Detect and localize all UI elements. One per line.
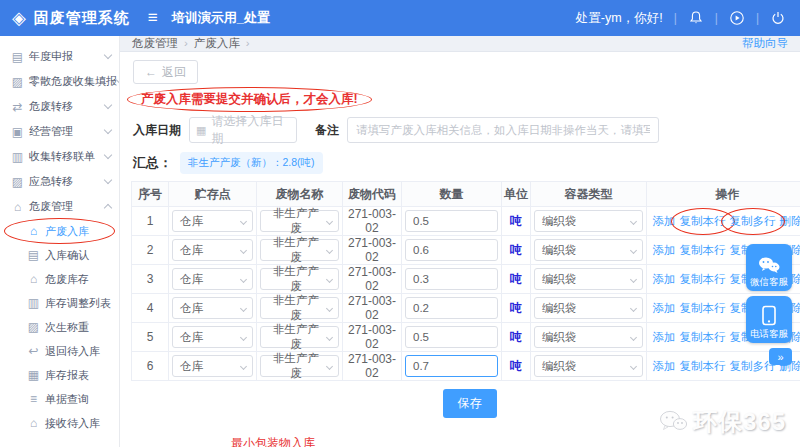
add-link[interactable]: 添加 bbox=[653, 331, 676, 343]
breadcrumb-item-0[interactable]: 危废管理 bbox=[132, 37, 178, 49]
sidebar-item-9[interactable]: ⌂危废库存 bbox=[0, 267, 119, 291]
column-header-4: 数量 bbox=[402, 182, 502, 207]
container-select[interactable]: 编织袋 bbox=[534, 326, 643, 348]
sidebar-item-label: 库存调整列表 bbox=[45, 296, 111, 311]
sidebar-item-15[interactable]: ⌂接收待入库 bbox=[0, 411, 119, 435]
quantity-input[interactable] bbox=[405, 355, 498, 377]
storage-select[interactable]: 仓库 bbox=[172, 210, 253, 232]
transfer-icon: ⇄ bbox=[10, 100, 25, 114]
sidebar-item-label: 单据查询 bbox=[45, 392, 89, 407]
waste-name-select[interactable]: 非生产产废 bbox=[260, 297, 339, 319]
sidebar-item-6[interactable]: ⌂危废管理 bbox=[0, 194, 119, 219]
remark-label: 备注 bbox=[315, 122, 339, 139]
collapse-widgets-button[interactable]: » bbox=[769, 348, 792, 365]
sidebar-item-10[interactable]: ▥库存调整列表 bbox=[0, 291, 119, 315]
return-icon: ↩ bbox=[26, 344, 41, 358]
summary-label: 汇总： bbox=[133, 154, 172, 172]
remark-input[interactable] bbox=[347, 117, 659, 143]
copy-row-link[interactable]: 复制本行 bbox=[680, 215, 726, 227]
quantity-input[interactable] bbox=[405, 210, 498, 232]
storage-select[interactable]: 仓库 bbox=[172, 268, 253, 290]
container-select[interactable]: 编织袋 bbox=[534, 239, 643, 261]
sidebar-item-3[interactable]: ▣经营管理 bbox=[0, 119, 119, 144]
sidebar-item-label: 危废转移 bbox=[29, 99, 73, 114]
bell-icon[interactable] bbox=[688, 10, 704, 26]
storage-select[interactable]: 仓库 bbox=[172, 355, 253, 377]
wechat-service-button[interactable]: 微信客服 bbox=[746, 244, 792, 291]
save-button[interactable]: 保存 bbox=[443, 389, 497, 418]
waste-name-select[interactable]: 非生产产废 bbox=[260, 355, 339, 377]
add-link[interactable]: 添加 bbox=[653, 273, 676, 285]
help-guide-link[interactable]: 帮助向导 bbox=[742, 36, 788, 51]
storage-select[interactable]: 仓库 bbox=[172, 297, 253, 319]
container-select[interactable]: 编织袋 bbox=[534, 268, 643, 290]
quantity-input[interactable] bbox=[405, 268, 498, 290]
add-link[interactable]: 添加 bbox=[653, 244, 676, 256]
waste-code: 271-003-02 bbox=[343, 294, 402, 323]
waste-name-select[interactable]: 非生产产废 bbox=[260, 239, 339, 261]
add-link[interactable]: 添加 bbox=[653, 215, 676, 227]
date-input[interactable]: ▦ 请选择入库日期 bbox=[189, 117, 297, 143]
waste-name-select[interactable]: 非生产产废 bbox=[260, 210, 339, 232]
back-button[interactable]: ← 返回 bbox=[133, 60, 198, 84]
power-icon[interactable] bbox=[770, 10, 786, 26]
storage-select[interactable]: 仓库 bbox=[172, 326, 253, 348]
waste-name-select[interactable]: 非生产产废 bbox=[260, 326, 339, 348]
breadcrumb-separator: › bbox=[184, 37, 188, 49]
add-link[interactable]: 添加 bbox=[653, 360, 676, 372]
current-module-tab[interactable]: 培训演示用_处置 bbox=[172, 9, 270, 27]
chevron-down-icon bbox=[104, 51, 112, 59]
doc-check-icon: ▤ bbox=[26, 248, 41, 262]
doc-pencil-icon: ▨ bbox=[26, 320, 41, 334]
copy-row-link[interactable]: 复制本行 bbox=[680, 331, 726, 343]
sidebar-item-14[interactable]: ≡单据查询 bbox=[0, 387, 119, 411]
sidebar-item-4[interactable]: ▥收集转移联单 bbox=[0, 144, 119, 169]
container-select[interactable]: 编织袋 bbox=[534, 297, 643, 319]
waste-name-select[interactable]: 非生产产废 bbox=[260, 268, 339, 290]
chevron-down-icon bbox=[630, 276, 637, 283]
screen-icon: ▥ bbox=[10, 150, 25, 164]
breadcrumb-item-1[interactable]: 产废入库 bbox=[194, 37, 240, 49]
sidebar-item-label: 接收待入库 bbox=[45, 416, 100, 431]
copy-row-link[interactable]: 复制本行 bbox=[680, 360, 726, 372]
sidebar-item-12[interactable]: ↩退回待入库 bbox=[0, 339, 119, 363]
wechat-icon bbox=[757, 255, 781, 275]
menu-collapse-icon[interactable]: ≡ bbox=[148, 8, 158, 28]
storage-select[interactable]: 仓库 bbox=[172, 239, 253, 261]
sidebar-item-2[interactable]: ⇄危废转移 bbox=[0, 94, 119, 119]
sidebar-item-13[interactable]: ▦库存报表 bbox=[0, 363, 119, 387]
unit-label: 吨 bbox=[510, 272, 522, 286]
chevron-down-icon bbox=[240, 305, 247, 312]
sidebar-item-5[interactable]: ▨应急转移 bbox=[0, 169, 119, 194]
phone-service-button[interactable]: 电话客服 bbox=[746, 296, 792, 343]
table-row: 6仓库非生产产废271-003-02吨编织袋添加复制本行复制多行删除 bbox=[132, 352, 800, 381]
sidebar-item-1[interactable]: ▨零散危废收集填报 bbox=[0, 69, 119, 94]
copy-row-link[interactable]: 复制本行 bbox=[680, 302, 726, 314]
chevron-up-icon bbox=[104, 204, 112, 212]
app-logo-icon: ◈ bbox=[12, 9, 26, 27]
copy-row-link[interactable]: 复制本行 bbox=[680, 273, 726, 285]
container-select[interactable]: 编织袋 bbox=[534, 355, 643, 377]
waste-entry-table: 序号贮存点废物名称废物代码数量单位容器类型操作 1仓库非生产产废271-003-… bbox=[131, 181, 800, 381]
sidebar-item-8[interactable]: ▤入库确认 bbox=[0, 243, 119, 267]
sidebar-item-7[interactable]: ⌂产废入库 bbox=[0, 219, 119, 243]
delete-link[interactable]: 删除 bbox=[780, 215, 800, 227]
quantity-input[interactable] bbox=[405, 297, 498, 319]
table-row: 2仓库非生产产废271-003-02吨编织袋添加复制本行复制多行删除 bbox=[132, 236, 800, 265]
row-index: 5 bbox=[132, 323, 169, 352]
copy-multi-link[interactable]: 复制多行 bbox=[730, 215, 776, 227]
table-row: 3仓库非生产产废271-003-02吨编织袋添加复制本行复制多行删除 bbox=[132, 265, 800, 294]
quantity-input[interactable] bbox=[405, 326, 498, 348]
row-index: 4 bbox=[132, 294, 169, 323]
house-icon: ⌂ bbox=[26, 416, 41, 430]
play-circle-icon[interactable] bbox=[729, 10, 745, 26]
container-select[interactable]: 编织袋 bbox=[534, 210, 643, 232]
sidebar-item-label: 危废库存 bbox=[45, 272, 89, 287]
add-link[interactable]: 添加 bbox=[653, 302, 676, 314]
calendar-icon: ▦ bbox=[26, 368, 41, 382]
quantity-input[interactable] bbox=[405, 239, 498, 261]
sidebar-item-11[interactable]: ▨次生称重 bbox=[0, 315, 119, 339]
chevron-down-icon bbox=[630, 247, 637, 254]
copy-row-link[interactable]: 复制本行 bbox=[680, 244, 726, 256]
sidebar-item-0[interactable]: ▤年度申报 bbox=[0, 44, 119, 69]
